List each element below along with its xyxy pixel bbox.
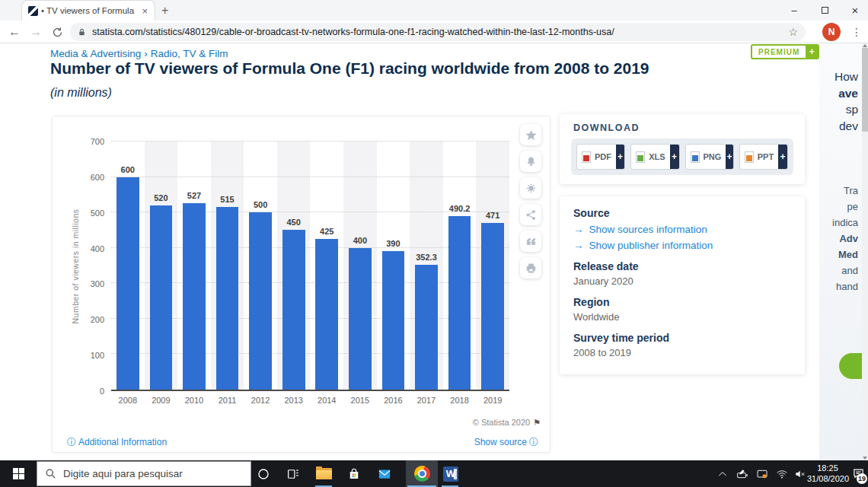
scrollbar-down-arrow[interactable]: [863, 457, 867, 460]
taskbar-clock[interactable]: 18:25 31/08/2020: [807, 463, 848, 484]
png-plus-icon[interactable]: +: [726, 145, 732, 169]
chart-action-buttons: [520, 124, 541, 279]
bar-value-2013: 450: [271, 218, 317, 227]
y-tick-600: 600: [91, 173, 104, 182]
x-tick-2016: 2016: [377, 396, 410, 405]
favorite-button[interactable]: [520, 124, 541, 145]
bar-value-2012: 500: [238, 200, 283, 209]
flag-icon[interactable]: ⚑: [533, 418, 541, 427]
browser-toolbar: ← → statista.com/statistics/480129/cable…: [0, 21, 868, 43]
back-button[interactable]: ←: [6, 24, 23, 40]
address-bar[interactable]: statista.com/statistics/480129/cable-or-…: [70, 23, 806, 41]
print-button[interactable]: [520, 257, 541, 279]
show-sources-information-label: Show sources information: [589, 224, 707, 235]
wifi-tray-icon[interactable]: [772, 460, 792, 487]
notification-badge: 19: [857, 473, 867, 484]
bell-icon: [525, 156, 537, 167]
breadcrumb-subsection[interactable]: Radio, TV & Film: [151, 48, 228, 59]
battery-pen-tray-icon[interactable]: [732, 460, 752, 487]
arrow-icon: →: [573, 224, 584, 235]
page-scrollbar[interactable]: [862, 43, 868, 460]
survey-time-period-label: Survey time period: [573, 332, 791, 344]
url-text: statista.com/statistics/480129/cable-or-…: [92, 27, 783, 37]
task-view-button[interactable]: [282, 460, 304, 487]
x-tick-2009: 2009: [145, 396, 178, 405]
xls-plus-icon[interactable]: +: [670, 145, 679, 169]
download-png-button[interactable]: PNG +: [685, 144, 734, 170]
tab-close-icon[interactable]: ×: [139, 5, 150, 17]
window-restore-button[interactable]: [812, 0, 838, 21]
search-icon: [45, 468, 56, 479]
word-icon: W: [443, 466, 458, 482]
reload-button[interactable]: [49, 24, 65, 40]
pdf-label: PDF: [595, 152, 611, 161]
bar-2018: [448, 216, 471, 390]
premium-badge[interactable]: PREMIUM +: [751, 44, 819, 59]
bar-2016: [382, 251, 405, 390]
ppt-plus-icon[interactable]: +: [778, 145, 787, 169]
store-button[interactable]: [343, 460, 365, 487]
additional-information-link[interactable]: ⓘAdditional Information: [65, 436, 167, 449]
chart-column-2009: 520: [145, 142, 178, 390]
action-center-button[interactable]: 19: [848, 460, 868, 487]
tray-expand-button[interactable]: [713, 460, 732, 487]
region-label: Region: [573, 296, 791, 308]
browser-titlebar: • TV viewers of Formula One (F1 × + – ×: [0, 0, 868, 21]
window-close-button[interactable]: ×: [842, 0, 868, 21]
bar-2010: [183, 203, 206, 390]
bar-2008: [116, 177, 139, 390]
browser-menu-icon[interactable]: ⋮: [849, 23, 864, 41]
scrollbar-up-arrow[interactable]: [863, 44, 867, 47]
breadcrumb-section[interactable]: Media & Advertising: [50, 48, 141, 59]
show-source-link[interactable]: Show sourceⓘ: [474, 436, 541, 449]
browser-tab[interactable]: • TV viewers of Formula One (F1 ×: [21, 0, 155, 21]
forward-button[interactable]: →: [27, 24, 44, 40]
chart-card-footer: ⓘAdditional Information Show sourceⓘ: [65, 436, 541, 449]
quote-icon: [525, 236, 537, 247]
pdf-plus-icon[interactable]: +: [616, 145, 624, 169]
sidebar-text-fragment: sp: [819, 101, 858, 118]
mail-button[interactable]: [374, 460, 395, 487]
gear-icon: [525, 183, 537, 194]
new-tab-button[interactable]: +: [161, 3, 168, 18]
statista-favicon-icon: [28, 6, 38, 16]
premium-label: PREMIUM: [752, 46, 806, 58]
info-icon: ⓘ: [529, 437, 538, 447]
window-minimize-button[interactable]: –: [781, 0, 807, 21]
cortana-button[interactable]: [253, 460, 274, 487]
start-button[interactable]: [0, 460, 37, 487]
page-subtitle: (in millions): [50, 86, 112, 100]
settings-button[interactable]: [520, 177, 541, 199]
pdf-file-icon: [582, 151, 591, 163]
plot-area: 600520527515500450425400390352.3490.2471: [111, 142, 509, 391]
restore-icon: [822, 7, 828, 14]
download-pdf-button[interactable]: PDF +: [576, 144, 625, 170]
reload-icon: [52, 27, 63, 38]
xls-file-icon: [636, 151, 645, 163]
png-label: PNG: [704, 152, 722, 161]
windows-logo-icon: [13, 468, 24, 479]
additional-information-label: Additional Information: [78, 437, 167, 447]
chrome-button[interactable]: [406, 460, 438, 487]
arrow-icon: →: [573, 240, 584, 251]
chevron-up-icon: [716, 468, 729, 480]
profile-avatar[interactable]: N: [822, 23, 841, 41]
sidebar-text-fragment: hand: [819, 279, 858, 294]
share-button[interactable]: [520, 204, 541, 225]
display-notification-tray-icon[interactable]: [752, 460, 772, 487]
sidebar-text-fragment: Tra: [819, 183, 858, 199]
word-button[interactable]: W: [440, 460, 461, 487]
bookmark-star-icon[interactable]: ☆: [788, 26, 798, 38]
cite-button[interactable]: [520, 231, 541, 252]
bar-2012: [249, 212, 272, 390]
show-sources-information-link[interactable]: →Show sources information: [573, 224, 791, 235]
taskbar-search-input[interactable]: Digite aqui para pesquisar: [37, 461, 251, 486]
file-explorer-button[interactable]: [313, 460, 334, 487]
download-ppt-button[interactable]: PPT +: [739, 144, 788, 170]
chat-widget-button[interactable]: [839, 353, 863, 379]
download-xls-button[interactable]: XLS +: [630, 144, 679, 170]
show-publisher-information-link[interactable]: →Show publisher information: [573, 240, 791, 251]
alert-button[interactable]: [520, 151, 541, 172]
scrollbar-thumb[interactable]: [862, 48, 868, 132]
task-view-icon: [286, 467, 300, 481]
